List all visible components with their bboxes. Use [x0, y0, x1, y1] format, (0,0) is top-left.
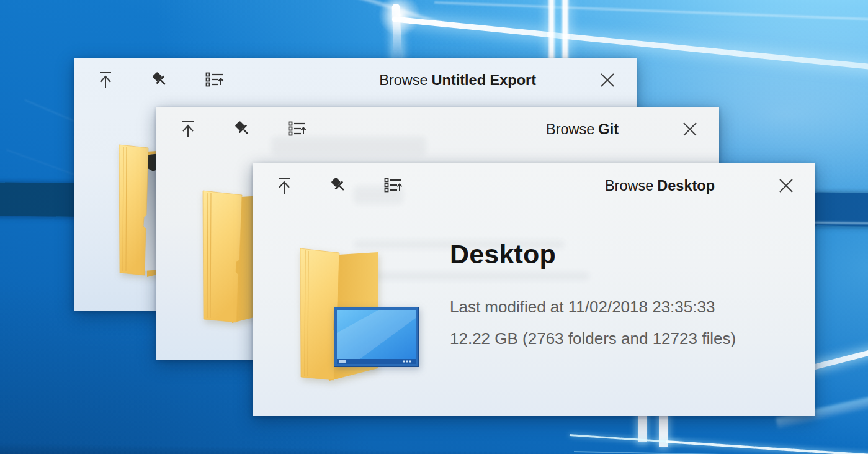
toolbar: Browse Desktop — [253, 171, 815, 201]
navigate-up-button[interactable] — [274, 175, 295, 196]
window-browse-desktop: Desktop Last modified at 11/02/2018 23:3… — [253, 163, 815, 416]
light-glow-flare — [352, 0, 448, 27]
close-button[interactable] — [776, 175, 797, 196]
window-title-name: Untitled Export — [432, 72, 536, 89]
pin-button[interactable] — [232, 119, 253, 140]
navigate-up-button[interactable] — [177, 119, 199, 140]
size-info-text: 12.22 GB (2763 folders and 12723 files) — [450, 329, 736, 348]
acrylic-ghost — [354, 272, 589, 280]
desktop-monitor-icon — [334, 307, 419, 367]
window-title-prefix: Browse — [605, 178, 653, 194]
close-icon — [599, 71, 616, 89]
up-arrow-icon — [275, 176, 293, 195]
light-line-bottom — [666, 440, 868, 454]
wallpaper-bottom-shadow — [0, 442, 868, 454]
close-button[interactable] — [597, 70, 618, 91]
close-button[interactable] — [679, 119, 700, 140]
window-title: Browse Desktop — [605, 178, 715, 194]
last-modified-text: Last modified at 11/02/2018 23:35:33 — [450, 297, 715, 317]
light-glow-core — [378, 0, 421, 36]
pin-icon — [151, 71, 169, 89]
window-title-name: Desktop — [657, 178, 715, 194]
window-content: Desktop Last modified at 11/02/2018 23:3… — [253, 163, 815, 416]
list-reorder-icon — [288, 120, 306, 138]
close-icon — [777, 177, 795, 194]
window-title: Browse Untitled Export — [379, 72, 536, 89]
window-title-prefix: Browse — [379, 72, 427, 89]
toolbar: Browse Git — [156, 114, 719, 144]
light-beam-falling — [391, 4, 401, 60]
light-line-bottom-faint — [574, 451, 868, 454]
pin-icon — [233, 120, 252, 138]
list-reorder-icon — [384, 177, 403, 194]
light-beam-vertical-bottom — [659, 411, 668, 447]
window-title-prefix: Browse — [546, 121, 594, 138]
pin-button[interactable] — [328, 175, 349, 196]
navigate-up-button[interactable] — [95, 70, 116, 91]
window-title-name: Git — [598, 121, 619, 138]
up-arrow-icon — [179, 120, 197, 138]
up-arrow-icon — [97, 71, 114, 89]
desktop-wallpaper: Browse Untitled Export — [0, 0, 868, 454]
close-icon — [681, 120, 699, 138]
light-beam-vertical-top — [547, 0, 570, 59]
pin-button[interactable] — [150, 70, 171, 91]
toolbar: Browse Untitled Export — [74, 65, 637, 95]
pin-icon — [329, 176, 348, 195]
light-line-bottom — [570, 434, 681, 443]
list-reorder-icon — [205, 71, 224, 89]
light-beam-diagonal-faint — [434, 1, 868, 20]
folder-heading: Desktop — [450, 239, 556, 270]
list-button[interactable] — [287, 119, 308, 140]
window-title: Browse Git — [546, 121, 619, 138]
list-button[interactable] — [383, 175, 404, 196]
list-button[interactable] — [204, 70, 225, 91]
